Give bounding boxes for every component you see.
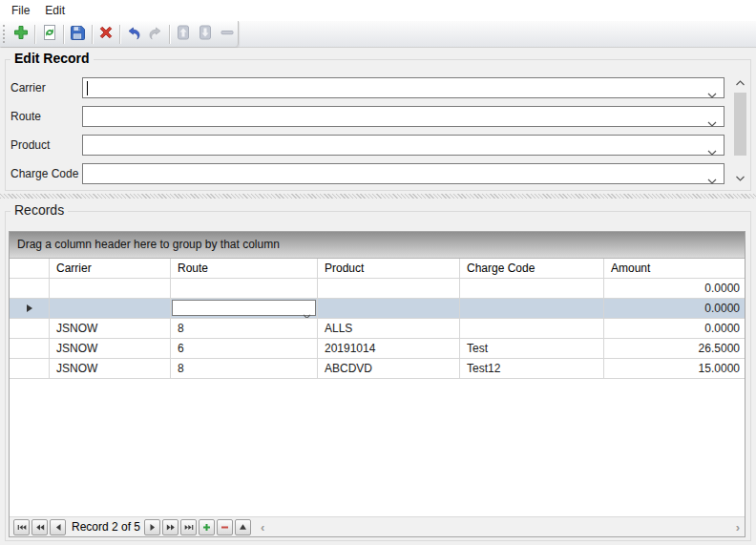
cell-product[interactable]: ALLS (318, 319, 460, 338)
cell-amount[interactable]: 0.0000 (604, 319, 745, 338)
undo-icon (125, 24, 142, 45)
plus-icon (12, 24, 30, 45)
column-header-charge-code[interactable]: Charge Code (460, 259, 604, 278)
delete-record-button[interactable] (217, 519, 233, 535)
cell-carrier[interactable]: JSNOW (50, 319, 171, 338)
table-row: 0.0000 (10, 279, 745, 299)
move-down-button[interactable] (195, 23, 217, 46)
scrollbar-thumb[interactable] (734, 93, 746, 156)
add-button[interactable] (10, 23, 32, 46)
down-icon (197, 24, 214, 45)
minus-icon (219, 24, 236, 45)
cell-amount[interactable]: 26.5000 (604, 339, 745, 358)
charge-code-label: Charge Code (10, 167, 78, 180)
grid-header-row: Carrier Route Product Charge Code Amount (10, 259, 745, 279)
move-last-icon (184, 523, 194, 532)
hscroll-left-icon[interactable]: ‹ (261, 520, 264, 535)
column-header-amount[interactable]: Amount (604, 259, 745, 278)
move-last-button[interactable] (180, 519, 197, 535)
toolbar-separator (92, 25, 93, 44)
route-label: Route (10, 110, 41, 123)
cell-route[interactable] (171, 279, 318, 298)
menu-file[interactable]: File (4, 1, 37, 20)
up-triangle-icon (239, 523, 247, 531)
cell-charge-code[interactable] (460, 299, 604, 318)
left-triangle-icon (54, 523, 62, 532)
table-row: JSNOW 8 ALLS 0.0000 (10, 319, 745, 339)
save-icon (69, 24, 86, 45)
cell-carrier[interactable]: JSNOW (50, 339, 171, 358)
menu-edit[interactable]: Edit (37, 1, 73, 20)
move-previous-page-button[interactable] (32, 519, 48, 535)
row-indicator-cell (10, 339, 50, 358)
refresh-button[interactable] (38, 23, 60, 46)
move-first-button[interactable] (13, 519, 30, 535)
edit-record-button[interactable] (235, 519, 251, 535)
delete-button[interactable] (94, 23, 116, 46)
column-header-route[interactable]: Route (171, 259, 318, 278)
toolbar-grip[interactable] (3, 25, 8, 43)
chevron-down-icon[interactable] (707, 172, 717, 189)
right-triangle-icon (149, 523, 157, 532)
move-up-button[interactable] (173, 23, 195, 46)
carrier-label: Carrier (10, 81, 46, 94)
cell-route[interactable]: 6 (171, 339, 318, 358)
cell-amount[interactable]: 0.0000 (604, 279, 745, 298)
hscroll-right-icon[interactable]: › (736, 520, 740, 535)
add-record-button[interactable] (199, 519, 215, 535)
cell-carrier[interactable] (50, 279, 171, 298)
double-right-icon (166, 523, 176, 532)
route-cell-editor[interactable] (172, 300, 316, 316)
undo-button[interactable] (123, 23, 145, 46)
row-indicator-cell (10, 319, 50, 338)
cell-product[interactable]: ABCDVD (318, 359, 460, 378)
cell-charge-code[interactable] (460, 319, 604, 338)
row-indicator-cell (10, 279, 50, 298)
redo-icon (147, 24, 164, 45)
record-position-label: Record 2 of 5 (68, 520, 144, 534)
cell-route[interactable]: 8 (171, 319, 318, 338)
toolbar-separator (34, 25, 35, 44)
column-header-product[interactable]: Product (318, 259, 460, 278)
horizontal-splitter[interactable] (0, 194, 756, 199)
move-next-page-button[interactable] (162, 519, 178, 535)
charge-code-field-row: Charge Code (6, 163, 750, 184)
move-previous-button[interactable] (50, 519, 66, 535)
edit-panel-scrollbar[interactable] (732, 75, 748, 186)
route-field-row: Route (6, 106, 750, 127)
product-field-row: Product (6, 135, 750, 156)
cell-product[interactable] (318, 299, 460, 318)
chevron-down-icon[interactable] (707, 86, 717, 103)
chevron-down-icon[interactable] (707, 143, 717, 160)
product-label: Product (10, 138, 50, 152)
column-header-carrier[interactable]: Carrier (50, 259, 171, 278)
chevron-down-icon[interactable] (707, 115, 717, 132)
scroll-down-icon[interactable] (732, 172, 748, 186)
redo-button[interactable] (145, 23, 167, 46)
current-row-indicator-icon (27, 304, 32, 312)
carrier-combobox[interactable] (82, 77, 724, 98)
cell-product[interactable]: 20191014 (318, 339, 460, 358)
cell-charge-code[interactable] (460, 279, 604, 298)
text-caret (87, 81, 88, 95)
cell-carrier[interactable]: JSNOW (50, 359, 171, 378)
cell-charge-code[interactable]: Test (460, 339, 604, 358)
route-combobox[interactable] (82, 106, 724, 127)
chevron-down-icon[interactable] (303, 306, 311, 318)
cell-route[interactable]: 8 (171, 359, 318, 378)
charge-code-combobox[interactable] (82, 163, 724, 184)
plus-icon (202, 523, 211, 532)
cell-amount[interactable]: 15.0000 (604, 359, 745, 378)
remove-button[interactable] (216, 23, 238, 46)
minus-icon (220, 523, 229, 532)
product-combobox[interactable] (82, 135, 724, 156)
cell-charge-code[interactable]: Test12 (460, 359, 604, 378)
move-next-button[interactable] (144, 519, 160, 535)
row-indicator-cell (10, 299, 50, 318)
toolbar-separator (63, 25, 64, 44)
cell-carrier[interactable] (50, 299, 171, 318)
save-button[interactable] (67, 23, 89, 46)
cell-amount[interactable]: 0.0000 (604, 299, 745, 318)
scroll-up-icon[interactable] (732, 75, 748, 90)
cell-product[interactable] (318, 279, 460, 298)
